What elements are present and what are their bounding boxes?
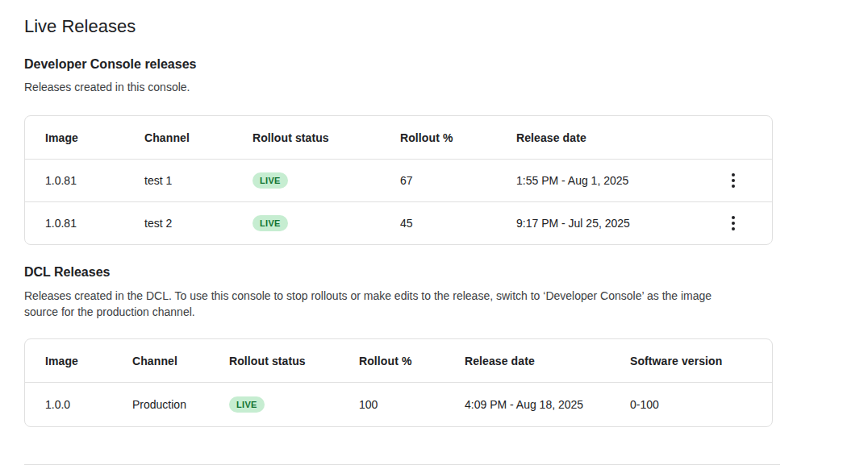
column-header-rollout-status: Rollout status	[232, 131, 380, 144]
divider	[24, 464, 780, 465]
developer-console-releases-table: Image Channel Rollout status Rollout % R…	[24, 115, 773, 245]
rollout-pct-cell: 67	[380, 174, 496, 187]
channel-cell: Production	[112, 398, 209, 411]
table-header-row: Image Channel Rollout status Rollout % R…	[25, 339, 772, 382]
column-header-image: Image	[25, 355, 112, 367]
column-header-channel: Channel	[124, 131, 232, 144]
section-dcl-releases: DCL Releases Releases created in the DCL…	[24, 264, 844, 427]
rollout-status-cell: LIVE	[232, 215, 380, 231]
rollout-pct-cell: 100	[339, 398, 444, 411]
column-header-release-date: Release date	[444, 355, 610, 367]
actions-cell	[695, 210, 772, 236]
kebab-menu-icon	[732, 173, 735, 188]
table-row: 1.0.0 Production LIVE 100 4:09 PM - Aug …	[25, 382, 772, 426]
row-menu-button[interactable]	[720, 210, 746, 236]
dcl-releases-table: Image Channel Rollout status Rollout % R…	[24, 338, 773, 427]
rollout-status-cell: LIVE	[209, 396, 339, 413]
image-cell: 1.0.0	[25, 398, 112, 411]
column-header-rollout-pct: Rollout %	[339, 355, 444, 367]
column-header-software-version: Software version	[610, 355, 772, 367]
status-badge: LIVE	[229, 396, 265, 413]
channel-cell: test 1	[124, 174, 232, 187]
rollout-pct-cell: 45	[380, 217, 496, 230]
column-header-image: Image	[25, 131, 124, 144]
table-row: 1.0.81 test 2 LIVE 45 9:17 PM - Jul 25, …	[25, 201, 772, 244]
kebab-menu-icon	[732, 216, 735, 230]
rollout-status-cell: LIVE	[232, 172, 380, 189]
section-description-dcl: Releases created in the DCL. To use this…	[24, 288, 737, 320]
section-developer-console-releases: Developer Console releases Releases crea…	[24, 56, 844, 245]
column-header-rollout-status: Rollout status	[209, 355, 339, 367]
release-date-cell: 4:09 PM - Aug 18, 2025	[444, 398, 610, 411]
software-version-cell: 0-100	[610, 398, 772, 411]
table-header-row: Image Channel Rollout status Rollout % R…	[25, 116, 772, 159]
section-heading-developer-console: Developer Console releases	[24, 56, 844, 73]
channel-cell: test 2	[124, 217, 232, 230]
table-row: 1.0.81 test 1 LIVE 67 1:55 PM - Aug 1, 2…	[25, 159, 772, 201]
status-badge: LIVE	[252, 215, 288, 231]
column-header-release-date: Release date	[496, 131, 695, 144]
live-releases-page: Live Releases Developer Console releases…	[0, 16, 868, 465]
section-heading-dcl: DCL Releases	[24, 264, 844, 280]
column-header-channel: Channel	[112, 355, 209, 367]
image-cell: 1.0.81	[25, 174, 124, 187]
page-title: Live Releases	[24, 16, 844, 37]
release-date-cell: 1:55 PM - Aug 1, 2025	[496, 174, 695, 187]
column-header-rollout-pct: Rollout %	[380, 131, 496, 144]
status-badge: LIVE	[252, 172, 288, 189]
row-menu-button[interactable]	[720, 168, 746, 193]
section-description-developer-console: Releases created in this console.	[24, 80, 737, 94]
actions-cell	[695, 168, 772, 193]
image-cell: 1.0.81	[25, 217, 124, 230]
release-date-cell: 9:17 PM - Jul 25, 2025	[496, 217, 695, 230]
